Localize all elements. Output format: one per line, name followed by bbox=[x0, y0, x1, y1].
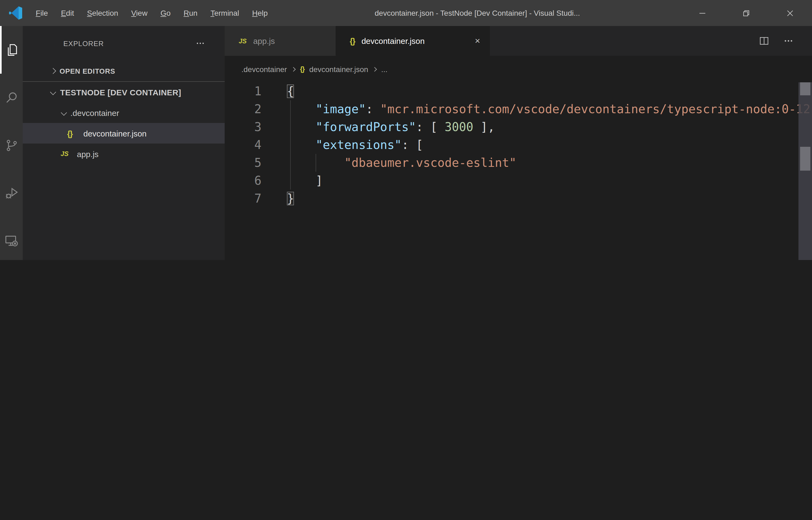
chevron-down-icon bbox=[50, 89, 56, 95]
chevron-right-icon bbox=[372, 67, 377, 72]
activity-run-debug[interactable] bbox=[0, 169, 23, 217]
tab-label: devcontainer.json bbox=[361, 36, 425, 46]
editor-group: JS app.js {} devcontainer.json × bbox=[225, 26, 812, 260]
sidebar-header: EXPLORER bbox=[23, 26, 225, 61]
code-line-5: 5 "dbaeumer.vscode-eslint" bbox=[225, 154, 812, 172]
minimize-icon bbox=[699, 9, 706, 17]
menu-file[interactable]: File bbox=[29, 5, 54, 21]
workspace-root-label: TESTNODE [DEV CONTAINER] bbox=[60, 87, 181, 97]
menu-go[interactable]: Go bbox=[154, 5, 177, 21]
code-line-6: 6 ] bbox=[225, 172, 812, 189]
js-file-icon: JS bbox=[61, 150, 68, 158]
restore-icon bbox=[743, 9, 750, 17]
menu-selection[interactable]: Selection bbox=[80, 5, 124, 21]
activity-explorer[interactable] bbox=[0, 26, 23, 74]
indent-guide bbox=[316, 154, 316, 172]
code-line-7: 7 } bbox=[225, 189, 812, 207]
line-number: 2 bbox=[225, 100, 261, 118]
line-number: 3 bbox=[225, 118, 261, 136]
explorer-icon bbox=[4, 43, 19, 57]
menu-help[interactable]: Help bbox=[246, 5, 274, 21]
js-file-icon: JS bbox=[239, 37, 247, 45]
tab-app-js[interactable]: JS app.js bbox=[225, 26, 336, 56]
menu-run[interactable]: Run bbox=[177, 5, 204, 21]
main-area: EXPLORER OPEN EDITORS TESTNODE [DEV CONT… bbox=[0, 26, 812, 260]
json-file-icon: {} bbox=[67, 129, 72, 138]
tree-file-app-js[interactable]: JS app.js bbox=[23, 144, 225, 164]
menubar: File Edit Selection View Go Run Terminal… bbox=[29, 5, 274, 21]
restore-button[interactable] bbox=[724, 0, 768, 26]
code-editor[interactable]: 1 { 2 "image": "mcr.microsoft.com/vscode… bbox=[225, 82, 812, 260]
minimize-button[interactable] bbox=[680, 0, 724, 26]
tab-label: app.js bbox=[253, 36, 275, 46]
run-and-debug-icon bbox=[4, 185, 19, 200]
file-label: app.js bbox=[77, 149, 99, 158]
scrollbar-decoration bbox=[800, 147, 810, 171]
window-controls bbox=[680, 0, 812, 26]
menu-terminal[interactable]: Terminal bbox=[204, 5, 246, 21]
menu-view[interactable]: View bbox=[125, 5, 154, 21]
line-number: 6 bbox=[225, 172, 261, 189]
section-open-editors[interactable]: OPEN EDITORS bbox=[23, 61, 225, 81]
tree-folder-devcontainer[interactable]: .devcontainer bbox=[23, 102, 225, 123]
line-number: 1 bbox=[225, 82, 261, 100]
activity-remote-explorer[interactable] bbox=[0, 217, 23, 260]
line-number: 7 bbox=[225, 189, 261, 207]
vertical-scrollbar[interactable] bbox=[799, 82, 812, 260]
vscode-logo bbox=[9, 6, 23, 20]
scrollbar-thumb[interactable] bbox=[800, 82, 810, 95]
breadcrumb: .devcontainer {} devcontainer.json ... bbox=[225, 56, 812, 82]
close-window-button[interactable] bbox=[768, 0, 812, 26]
tree-file-devcontainer-json[interactable]: {} devcontainer.json bbox=[23, 123, 225, 144]
sidebar-explorer: EXPLORER OPEN EDITORS TESTNODE [DEV CONT… bbox=[23, 26, 225, 260]
line-number: 5 bbox=[225, 154, 261, 172]
editor-actions bbox=[759, 26, 812, 56]
titlebar: File Edit Selection View Go Run Terminal… bbox=[0, 0, 812, 26]
folder-label: .devcontainer bbox=[71, 108, 119, 117]
search-icon bbox=[4, 90, 19, 105]
sidebar-more-actions-icon[interactable] bbox=[195, 38, 205, 48]
chevron-down-icon bbox=[61, 110, 67, 116]
activity-search[interactable] bbox=[0, 74, 23, 121]
split-editor-icon[interactable] bbox=[759, 36, 769, 46]
editor-tabbar: JS app.js {} devcontainer.json × bbox=[225, 26, 812, 56]
json-file-icon: {} bbox=[350, 36, 355, 46]
open-editors-label: OPEN EDITORS bbox=[60, 67, 115, 75]
code-line-3: 3 "forwardPorts": [ 3000 ], bbox=[225, 118, 812, 136]
more-actions-icon[interactable] bbox=[783, 36, 793, 46]
sidebar-title: EXPLORER bbox=[63, 39, 104, 47]
chevron-right-icon bbox=[291, 67, 296, 72]
line-number: 4 bbox=[225, 136, 261, 154]
tab-devcontainer-json[interactable]: {} devcontainer.json × bbox=[336, 26, 490, 56]
close-icon bbox=[787, 9, 793, 17]
activity-source-control[interactable] bbox=[0, 121, 23, 169]
json-file-icon: {} bbox=[300, 65, 304, 73]
file-label: devcontainer.json bbox=[83, 129, 147, 138]
activity-bar bbox=[0, 26, 23, 260]
menu-edit[interactable]: Edit bbox=[54, 5, 80, 21]
vscode-window: File Edit Selection View Go Run Terminal… bbox=[0, 0, 812, 260]
code-line-2: 2 "image": "mcr.microsoft.com/vscode/dev… bbox=[225, 100, 812, 118]
close-tab-icon[interactable]: × bbox=[475, 36, 480, 46]
chevron-right-icon bbox=[50, 68, 56, 74]
code-line-4: 4 "extensions": [ bbox=[225, 136, 812, 154]
indent-guide bbox=[290, 100, 291, 189]
window-title: devcontainer.json - TestNode [Dev Contai… bbox=[274, 9, 680, 17]
remote-explorer-icon bbox=[4, 233, 19, 248]
source-control-icon bbox=[4, 138, 19, 153]
breadcrumb-more[interactable]: ... bbox=[381, 65, 387, 73]
breadcrumb-file[interactable]: devcontainer.json bbox=[309, 65, 368, 73]
tree-root-testnode[interactable]: TESTNODE [DEV CONTAINER] bbox=[23, 82, 225, 102]
breadcrumb-folder[interactable]: .devcontainer bbox=[242, 65, 287, 73]
code-line-1: 1 { bbox=[225, 82, 812, 100]
